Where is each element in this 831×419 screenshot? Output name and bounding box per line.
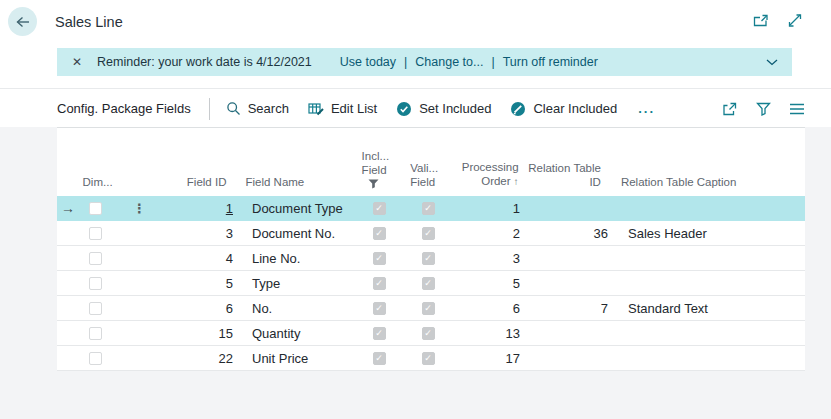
list-toolbar: Config. Package Fields Search Edit List … <box>0 90 831 127</box>
column-header-field-name[interactable]: Field Name <box>226 175 357 189</box>
field-id-cell[interactable]: 5 <box>162 271 233 295</box>
field-id-cell[interactable]: 3 <box>162 221 233 245</box>
list-view-icon[interactable] <box>789 103 805 115</box>
dimension-checkbox[interactable] <box>89 202 102 215</box>
column-header-relation-table-id[interactable]: Relation Table ID <box>520 161 601 189</box>
table-row[interactable]: → ⋮ 1 Document Type 1 <box>57 196 805 221</box>
include-field-checkbox[interactable] <box>373 327 386 340</box>
include-field-checkbox[interactable] <box>373 302 386 315</box>
table-row[interactable]: 22 Unit Price 17 <box>57 346 805 371</box>
field-name-cell[interactable]: No. <box>233 296 353 320</box>
include-field-checkbox[interactable] <box>373 227 386 240</box>
set-included-button[interactable]: Set Included <box>396 101 491 117</box>
top-header: Sales Line <box>0 0 831 44</box>
validate-field-checkbox[interactable] <box>422 302 435 315</box>
sort-ascending-icon: ↑ <box>514 176 519 187</box>
set-included-label: Set Included <box>419 101 491 116</box>
relation-table-caption-cell[interactable]: Standard Text <box>608 296 805 320</box>
column-header-field-id[interactable]: Field ID <box>160 175 226 189</box>
column-header-processing-order[interactable]: Processing Order↑ <box>453 160 519 189</box>
relation-table-caption-cell[interactable] <box>608 196 805 220</box>
relation-table-id-cell[interactable] <box>521 196 608 220</box>
field-id-cell[interactable]: 6 <box>162 296 233 320</box>
relation-table-id-cell[interactable] <box>521 271 608 295</box>
validate-field-checkbox[interactable] <box>422 327 435 340</box>
include-field-checkbox[interactable] <box>373 252 386 265</box>
dimension-checkbox[interactable] <box>89 252 102 265</box>
share-icon[interactable] <box>721 101 738 117</box>
filter-icon[interactable] <box>756 102 771 116</box>
dimension-checkbox[interactable] <box>89 302 102 315</box>
field-name-cell[interactable]: Document No. <box>233 221 353 245</box>
validate-field-checkbox[interactable] <box>422 252 435 265</box>
field-name-cell[interactable]: Document Type <box>233 196 353 220</box>
table-row[interactable]: 4 Line No. 3 <box>57 246 805 271</box>
selected-row-indicator-icon: → <box>57 196 79 220</box>
back-button[interactable] <box>8 7 37 36</box>
relation-table-id-cell[interactable] <box>521 246 608 270</box>
edit-list-icon <box>308 102 324 116</box>
row-menu-icon[interactable]: ⋮ <box>117 196 162 220</box>
validate-field-checkbox[interactable] <box>422 227 435 240</box>
processing-order-cell[interactable]: 1 <box>451 196 521 220</box>
field-name-cell[interactable]: Type <box>233 271 353 295</box>
column-header-dimension[interactable]: Dim... <box>78 175 119 189</box>
table-row[interactable]: 3 Document No. 2 36 Sales Header <box>57 221 805 246</box>
field-id-cell[interactable]: 15 <box>162 321 233 345</box>
include-field-checkbox[interactable] <box>373 352 386 365</box>
field-name-cell[interactable]: Quantity <box>233 321 353 345</box>
validate-field-checkbox[interactable] <box>422 202 435 215</box>
popout-window-icon[interactable] <box>752 13 769 28</box>
dimension-checkbox[interactable] <box>89 352 102 365</box>
column-header-validate-field[interactable]: Vali... Field <box>410 161 453 189</box>
search-button[interactable]: Search <box>226 101 289 116</box>
processing-order-cell[interactable]: 6 <box>451 296 521 320</box>
table-row[interactable]: 5 Type 5 <box>57 271 805 296</box>
dimension-checkbox[interactable] <box>89 327 102 340</box>
include-field-checkbox[interactable] <box>373 277 386 290</box>
processing-order-cell[interactable]: 2 <box>451 221 521 245</box>
validate-field-checkbox[interactable] <box>422 352 435 365</box>
dimension-checkbox[interactable] <box>89 227 102 240</box>
clear-included-button[interactable]: Clear Included <box>510 101 617 117</box>
relation-table-id-cell[interactable] <box>521 346 608 370</box>
use-today-link[interactable]: Use today <box>340 55 396 69</box>
include-field-checkbox[interactable] <box>373 202 386 215</box>
relation-table-caption-cell[interactable] <box>608 246 805 270</box>
field-id-cell[interactable]: 22 <box>162 346 233 370</box>
processing-order-cell[interactable]: 5 <box>451 271 521 295</box>
clear-included-label: Clear Included <box>533 101 617 116</box>
relation-table-caption-cell[interactable] <box>608 271 805 295</box>
field-id-cell[interactable]: 4 <box>162 246 233 270</box>
processing-order-cell[interactable]: 13 <box>451 321 521 345</box>
table-row[interactable]: 6 No. 6 7 Standard Text <box>57 296 805 321</box>
turn-off-reminder-link[interactable]: Turn off reminder <box>503 55 598 69</box>
edit-list-button[interactable]: Edit List <box>308 101 377 116</box>
expand-fullscreen-icon[interactable] <box>787 13 803 28</box>
processing-order-cell[interactable]: 17 <box>451 346 521 370</box>
processing-order-cell[interactable]: 3 <box>451 246 521 270</box>
more-options-button[interactable]: ... <box>638 101 655 116</box>
table-row[interactable]: 15 Quantity 13 <box>57 321 805 346</box>
relation-table-caption-cell[interactable]: Sales Header <box>608 221 805 245</box>
column-header-include-field[interactable]: Incl... Field <box>358 149 411 189</box>
relation-table-caption-cell[interactable] <box>608 321 805 345</box>
close-icon[interactable]: ✕ <box>72 55 82 69</box>
reminder-message: Reminder: your work date is 4/12/2021 <box>97 55 312 69</box>
field-id-cell[interactable]: 1 <box>226 201 233 216</box>
validate-field-checkbox[interactable] <box>422 277 435 290</box>
field-name-cell[interactable]: Line No. <box>233 246 353 270</box>
field-name-cell[interactable]: Unit Price <box>233 346 353 370</box>
relation-table-id-cell[interactable]: 36 <box>521 221 608 245</box>
relation-table-id-cell[interactable] <box>521 321 608 345</box>
column-header-relation-table-caption[interactable]: Relation Table Caption <box>601 175 805 189</box>
edit-list-label: Edit List <box>331 101 377 116</box>
toolbar-divider <box>209 98 210 120</box>
relation-table-caption-cell[interactable] <box>608 346 805 370</box>
relation-table-id-cell[interactable]: 7 <box>521 296 608 320</box>
dimension-checkbox[interactable] <box>89 277 102 290</box>
list-caption[interactable]: Config. Package Fields <box>57 101 191 116</box>
header-divider <box>0 88 831 89</box>
chevron-down-icon[interactable] <box>766 59 778 66</box>
change-to-link[interactable]: Change to... <box>415 55 483 69</box>
